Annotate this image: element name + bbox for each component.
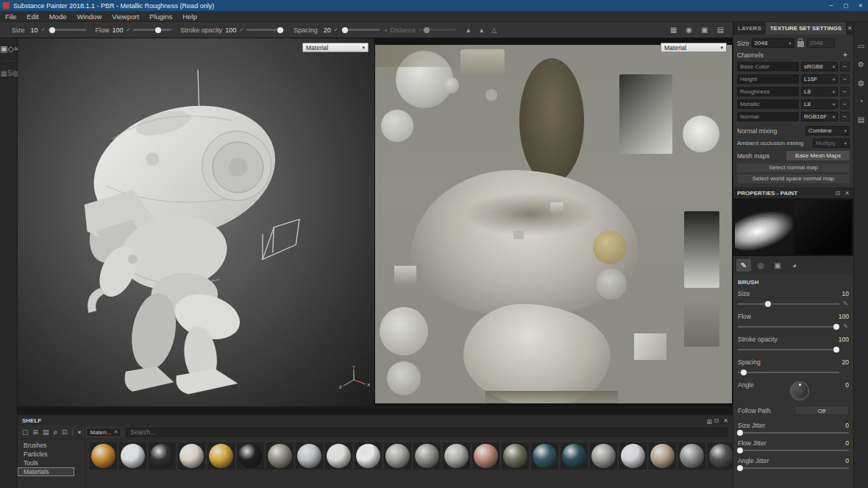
bake-mesh-maps-button[interactable]: Bake Mesh Maps (786, 151, 850, 160)
material-swatch[interactable] (649, 442, 676, 470)
viewport-2d-material-select[interactable]: Material (661, 43, 727, 52)
material-swatch[interactable] (325, 442, 352, 470)
select-ws-normal-map-button[interactable]: Select world space normal map (737, 174, 850, 183)
polygon-fill-tool-icon[interactable]: ◇ (7, 44, 13, 53)
pressure-check-icon[interactable]: ✓ (41, 27, 46, 33)
uv-texture-view[interactable] (375, 45, 732, 403)
channel-format-select[interactable]: RGB16F (801, 112, 838, 121)
ao-mixing-select[interactable]: Multiply (813, 138, 850, 148)
material-swatch[interactable] (149, 442, 176, 470)
material-swatch[interactable] (502, 442, 529, 470)
slider-handle[interactable] (737, 448, 743, 453)
slider-handle[interactable] (155, 27, 161, 33)
projection-tool-icon[interactable]: ▣ (0, 44, 7, 53)
follow-path-toggle[interactable]: Off (794, 406, 849, 415)
slider-track[interactable] (48, 29, 86, 31)
minimize-button[interactable]: ─ (824, 0, 839, 11)
menu-item[interactable]: Window (71, 13, 107, 21)
size-select[interactable]: 2048 (752, 38, 794, 48)
slider-track[interactable] (738, 432, 849, 434)
list-view-icon[interactable]: ▤ (43, 428, 49, 436)
material-swatch[interactable] (119, 442, 146, 470)
slider-handle[interactable] (833, 347, 839, 353)
close-shelf-icon[interactable]: ✕ (723, 417, 728, 424)
channel-format-select[interactable]: L16F (801, 74, 838, 84)
slider-handle[interactable] (49, 27, 55, 33)
substance-icon[interactable]: S (7, 69, 13, 77)
remove-channel-button[interactable]: − (840, 62, 850, 71)
slider-track[interactable] (341, 29, 380, 31)
channel-format-select[interactable]: sRGB8 (801, 62, 838, 71)
slider-track[interactable] (738, 467, 849, 469)
alignment-tangent-icon[interactable]: ▲ (478, 26, 485, 34)
shelf-category[interactable]: Materials (18, 467, 74, 476)
history-icon[interactable]: ◔ (855, 96, 867, 107)
shelf-search-input[interactable] (126, 428, 728, 437)
material-swatch[interactable] (413, 442, 441, 470)
brush-tab-icon[interactable]: ✎ (736, 259, 751, 272)
alignment-camera-icon[interactable]: △ (491, 26, 497, 34)
normal-mixing-select[interactable]: Combine (805, 126, 850, 135)
add-folder-icon[interactable]: ⊞ (33, 428, 39, 436)
material-swatch[interactable] (678, 442, 705, 470)
slider-track[interactable] (133, 29, 171, 31)
menu-item[interactable]: Edit (21, 13, 43, 21)
maximize-button[interactable]: ▢ (839, 0, 853, 11)
add-channel-button[interactable]: + (841, 51, 850, 59)
slider-track[interactable] (738, 326, 839, 328)
pressure-check-icon[interactable]: ✓ (334, 27, 338, 33)
material-swatch[interactable] (561, 442, 588, 470)
material-swatch[interactable] (355, 442, 382, 470)
thumbnail-size-icon[interactable]: ⊞ (706, 418, 712, 432)
shelf-category[interactable]: Particles (18, 450, 85, 459)
slider-track[interactable] (738, 303, 839, 305)
remove-channel-button[interactable]: − (840, 112, 850, 121)
pressure-check-icon[interactable]: ✓ (239, 27, 243, 33)
filter-chip[interactable]: Materi... ✕ (86, 428, 121, 437)
close-button[interactable]: ✕ (853, 0, 868, 11)
log-panel-icon[interactable]: ▤ (855, 115, 867, 125)
dock-icon[interactable]: ⊡ (62, 428, 68, 436)
lock-icon[interactable] (797, 41, 804, 47)
panel-tab[interactable]: LAYERS (733, 22, 766, 35)
close-panel-icon[interactable]: ✕ (844, 190, 850, 197)
material-swatch[interactable] (590, 442, 617, 470)
shelf-splitter[interactable] (18, 406, 733, 415)
material-tab-icon[interactable]: ◕ (787, 259, 802, 272)
axis-gizmo[interactable]: Y X Z (338, 365, 371, 393)
channel-format-select[interactable]: L8 (801, 99, 838, 109)
slider-handle[interactable] (741, 369, 747, 375)
slider-handle[interactable] (833, 324, 839, 330)
remove-channel-button[interactable]: − (840, 74, 850, 84)
stencil-icon[interactable]: ▦ (1, 69, 7, 77)
material-swatch[interactable] (296, 442, 323, 470)
viewport-3d[interactable]: Material (18, 38, 374, 406)
material-swatch[interactable] (472, 442, 499, 470)
slider-handle[interactable] (737, 465, 743, 471)
material-swatch[interactable] (443, 442, 470, 470)
material-swatch[interactable] (531, 442, 558, 470)
material-swatch[interactable] (266, 442, 294, 470)
remove-channel-button[interactable]: − (840, 99, 850, 109)
alignment-normal-icon[interactable]: ▲ (465, 26, 472, 34)
folder-icon[interactable]: ▢ (22, 428, 29, 436)
channel-format-select[interactable]: L8 (801, 87, 838, 96)
material-swatch[interactable] (237, 442, 264, 470)
slider-handle[interactable] (765, 301, 771, 307)
slider-handle[interactable] (424, 27, 430, 33)
viewport-3d-material-select[interactable]: Material (302, 43, 369, 52)
slider-handle[interactable] (342, 27, 348, 33)
material-swatch[interactable] (619, 442, 647, 470)
material-swatch[interactable] (90, 442, 117, 470)
select-normal-map-button[interactable]: Select normal map (737, 163, 850, 172)
display-settings-icon[interactable]: ▭ (855, 41, 867, 52)
filter-icon[interactable]: ▼ (77, 430, 82, 435)
remove-filter-icon[interactable]: ✕ (113, 429, 118, 435)
float-shelf-icon[interactable]: ⊡ (714, 417, 719, 424)
slider-track[interactable] (246, 29, 285, 31)
menu-item[interactable]: Plugins (144, 13, 177, 21)
shader-settings-icon[interactable]: ⚙ (855, 60, 867, 70)
slider-track[interactable] (738, 349, 839, 350)
distance-toggle-icon[interactable]: ● (385, 28, 388, 32)
material-swatch[interactable] (384, 442, 411, 470)
